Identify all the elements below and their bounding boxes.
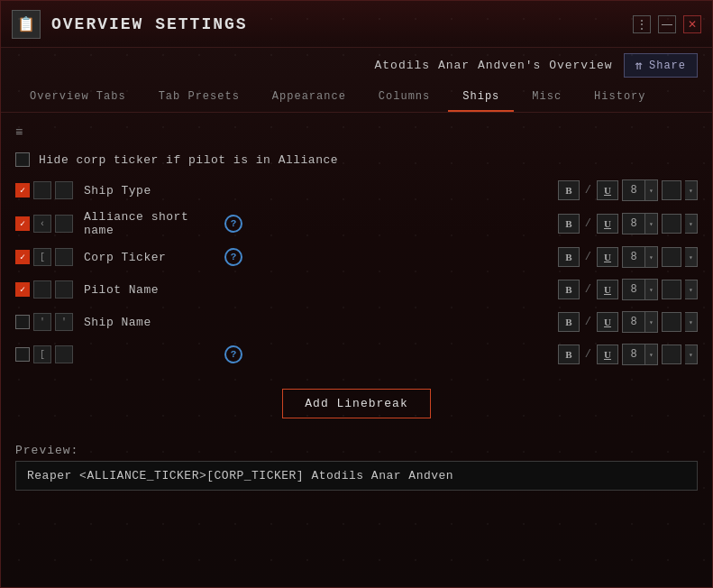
corp-help-icon[interactable]: ? (224, 248, 242, 266)
shipname-icon-btn[interactable]: ' (33, 313, 51, 331)
ship-type-underline-btn[interactable]: U (597, 180, 618, 200)
corp-color-arrow[interactable]: ▾ (685, 247, 698, 267)
title-controls: ⋮ — ✕ (633, 15, 701, 33)
ship-type-sep1: / (583, 184, 593, 197)
ship-type-visible-checkbox[interactable] (15, 183, 30, 198)
row-ship-name: ' ' Ship Name B / U 8 ▾ ▾ (15, 306, 698, 338)
share-button[interactable]: ⇈ Share (624, 53, 698, 78)
corp-visible-checkbox[interactable] (15, 250, 30, 264)
alliance-size-arrow[interactable]: ▾ (644, 214, 657, 234)
unknown-color-btn[interactable] (662, 345, 681, 364)
nav-tabs: Overview Tabs Tab Presets Appearance Col… (1, 83, 712, 113)
alliance-underline-btn[interactable]: U (597, 214, 618, 234)
unknown-icon-btn[interactable]: [ (33, 345, 51, 363)
alliance-color-swatch[interactable] (55, 215, 73, 233)
pilot-size-control: 8 ▾ (622, 279, 658, 300)
preview-section: Preview: Reaper <ALLIANCE_TICKER>[CORP_T… (15, 436, 698, 498)
tab-columns[interactable]: Columns (364, 83, 444, 112)
corp-underline-btn[interactable]: U (597, 247, 618, 267)
tab-tab-presets[interactable]: Tab Presets (144, 83, 254, 112)
alliance-color-arrow[interactable]: ▾ (685, 214, 698, 234)
unknown-size-arrow[interactable]: ▾ (644, 345, 657, 364)
preview-box: Reaper <ALLIANCE_TICKER>[CORP_TICKER] At… (15, 461, 698, 491)
alliance-format-controls: B / U 8 ▾ ▾ (558, 213, 698, 234)
alliance-icon-btn[interactable]: ‹ (33, 215, 51, 233)
corp-size-val: 8 (623, 247, 644, 267)
tab-history[interactable]: History (580, 83, 660, 112)
hide-corp-label: Hide corp ticker if pilot is in Alliance (39, 153, 338, 167)
tab-appearance[interactable]: Appearance (258, 83, 361, 112)
ship-type-label: Ship Type (77, 184, 221, 198)
pilot-size-arrow[interactable]: ▾ (644, 280, 657, 299)
ship-type-color-swatch[interactable] (55, 181, 73, 199)
pilot-sep1: / (583, 283, 593, 296)
pilot-label: Pilot Name (77, 283, 221, 297)
share-icon: ⇈ (635, 58, 644, 73)
pilot-size-val: 8 (623, 280, 644, 299)
pilot-color-btn[interactable] (662, 280, 681, 299)
alliance-help-icon[interactable]: ? (224, 215, 242, 233)
title-bar: 📋 Overview Settings ⋮ — ✕ (1, 1, 712, 48)
pilot-icon-btn[interactable] (33, 280, 51, 299)
ship-type-color-btn[interactable] (662, 180, 681, 200)
shipname-sep1: / (583, 316, 593, 328)
unknown-bold-btn[interactable]: B (558, 345, 580, 364)
row-corp-ticker: [ Corp Ticker ? B / U 8 ▾ ▾ (15, 241, 698, 273)
corp-icon-btn[interactable]: [ (33, 248, 51, 266)
ship-type-size-arrow[interactable]: ▾ (644, 180, 657, 200)
preview-label: Preview: (15, 444, 698, 457)
tab-ships[interactable]: Ships (448, 83, 514, 112)
unknown-size-control: 8 ▾ (622, 344, 658, 365)
shipname-color-arrow[interactable]: ▾ (685, 312, 698, 332)
row-ship-type: Ship Type B / U 8 ▾ ▾ (15, 174, 698, 207)
ship-type-format-controls: B / U 8 ▾ ▾ (558, 179, 698, 201)
alliance-visible-checkbox[interactable] (15, 216, 30, 231)
pilot-bold-btn[interactable]: B (558, 280, 580, 299)
tab-misc[interactable]: Misc (517, 83, 576, 112)
shipname-bold-btn[interactable]: B (558, 312, 580, 332)
pilot-underline-btn[interactable]: U (597, 280, 618, 299)
shipname-color-btn[interactable] (662, 312, 681, 332)
minimize-button[interactable]: — (658, 15, 676, 33)
pilot-color-swatch[interactable] (55, 280, 73, 299)
corp-color-btn[interactable] (662, 247, 681, 267)
alliance-size-control: 8 ▾ (622, 213, 658, 234)
add-linebreak-button[interactable]: Add Linebreak (282, 389, 430, 418)
shipname-size-arrow[interactable]: ▾ (644, 312, 657, 332)
ship-type-icon-btn[interactable] (33, 181, 51, 199)
corp-bold-btn[interactable]: B (558, 247, 580, 267)
alliance-label: Alliance short name (77, 210, 221, 237)
window-menu-button[interactable]: ⋮ (633, 15, 651, 33)
unknown-visible-checkbox[interactable] (15, 347, 30, 362)
shipname-underline-btn[interactable]: U (597, 312, 618, 332)
hide-corp-checkbox[interactable] (15, 152, 30, 167)
row-pilot-name: Pilot Name B / U 8 ▾ ▾ (15, 273, 698, 306)
row-alliance-short-name: ‹ Alliance short name ? B / U 8 ▾ ▾ (15, 207, 698, 241)
unknown-underline-btn[interactable]: U (597, 345, 618, 364)
tab-overview-tabs[interactable]: Overview Tabs (15, 83, 141, 112)
corp-size-arrow[interactable]: ▾ (644, 247, 657, 267)
window-icon: 📋 (12, 10, 41, 39)
unknown-color-swatch[interactable] (55, 345, 73, 363)
pilot-color-arrow[interactable]: ▾ (685, 280, 698, 299)
content-area: ≡ Hide corp ticker if pilot is in Allian… (1, 113, 712, 587)
ship-type-bold-btn[interactable]: B (558, 180, 580, 200)
shipname-label: Ship Name (77, 316, 221, 329)
share-label: Share (649, 60, 686, 72)
pilot-visible-checkbox[interactable] (15, 282, 30, 297)
corp-color-swatch[interactable] (55, 248, 73, 266)
ship-type-size-control: 8 ▾ (622, 179, 658, 201)
unknown-help-icon[interactable]: ? (224, 345, 242, 363)
overview-settings-window: 📋 Overview Settings ⋮ — ✕ Atodils Anar A… (0, 0, 713, 588)
hide-corp-row: Hide corp ticker if pilot is in Alliance (15, 145, 698, 174)
shipname-size-val: 8 (623, 312, 644, 332)
close-button[interactable]: ✕ (683, 15, 701, 33)
alliance-bold-btn[interactable]: B (558, 214, 580, 234)
alliance-color-btn[interactable] (662, 214, 681, 234)
shipname-size-control: 8 ▾ (622, 311, 658, 333)
shipname-color-swatch[interactable]: ' (55, 313, 73, 331)
ship-type-color-arrow[interactable]: ▾ (685, 180, 698, 200)
unknown-color-arrow[interactable]: ▾ (685, 345, 698, 364)
alliance-sep1: / (583, 217, 593, 230)
shipname-visible-checkbox[interactable] (15, 315, 30, 329)
